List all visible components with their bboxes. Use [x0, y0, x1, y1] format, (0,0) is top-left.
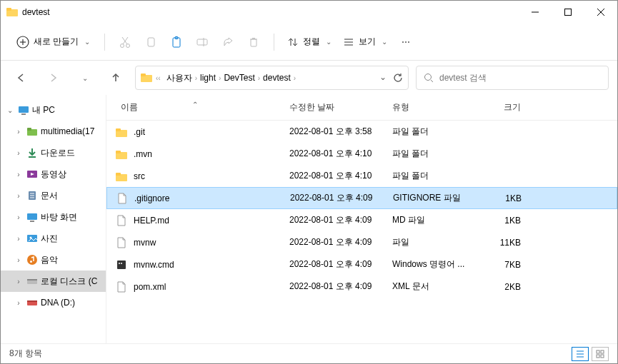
file-name: .git [134, 127, 145, 137]
separator [104, 34, 105, 51]
file-row[interactable]: src2022-08-01 오후 4:10파일 폴더 [106, 165, 617, 187]
main-area: ⌄내 PC›multimedia(17›다운로드›동영상›문서›바탕 화면›사진… [1, 95, 617, 343]
share-button[interactable] [215, 29, 241, 55]
search-icon [424, 73, 434, 83]
svg-point-29 [425, 74, 432, 81]
sort-icon [287, 36, 299, 48]
svg-rect-65 [597, 350, 599, 353]
breadcrumb-item[interactable]: 사용자 [164, 71, 195, 84]
file-row[interactable]: .mvn2022-08-01 오후 4:10파일 폴더 [106, 143, 617, 165]
file-date: 2022-08-01 오후 4:09 [289, 236, 392, 248]
column-headers: ⌃이름 수정한 날짜 유형 크기 [106, 95, 617, 121]
minimize-button[interactable] [519, 1, 552, 24]
col-name[interactable]: ⌃이름 [106, 101, 289, 113]
details-view-toggle[interactable] [572, 347, 589, 361]
chevron-right-icon[interactable]: › [14, 235, 24, 243]
new-button[interactable]: 새로 만들기 ⌄ [9, 31, 97, 53]
nav-sidebar: ⌄내 PC›multimedia(17›다운로드›동영상›문서›바탕 화면›사진… [1, 95, 106, 343]
up-button[interactable] [104, 66, 128, 90]
cut-button[interactable] [112, 29, 138, 55]
col-size[interactable]: 크기 [478, 101, 529, 113]
thumbnails-view-toggle[interactable] [592, 347, 609, 361]
new-icon [16, 36, 29, 49]
folder-icon [140, 71, 153, 84]
sidebar-label: 바탕 화면 [41, 211, 77, 223]
forward-button[interactable] [41, 66, 65, 90]
more-button[interactable]: ⋯ [393, 29, 419, 55]
close-button[interactable] [584, 1, 617, 24]
file-row[interactable]: mvnw2022-08-01 오후 4:09파일11KB [106, 231, 617, 253]
window-title: devtest [22, 7, 50, 17]
sidebar-item[interactable]: ›사진 [1, 228, 106, 249]
sidebar-item[interactable]: ›음악 [1, 249, 106, 271]
sidebar-label: DNA (D:) [41, 298, 75, 308]
svg-rect-1 [6, 8, 11, 11]
sidebar-item[interactable]: ›DNA (D:) [1, 292, 106, 313]
sidebar-item[interactable]: ›바탕 화면 [1, 206, 106, 228]
svg-rect-3 [565, 9, 572, 16]
sidebar-label: 사진 [41, 233, 58, 245]
breadcrumb-item[interactable]: devtest [260, 71, 294, 84]
files-pane: ⌃이름 수정한 날짜 유형 크기 .git2022-08-01 오후 3:58파… [106, 95, 617, 343]
svg-point-61 [121, 263, 122, 264]
file-row[interactable]: .gitignore2022-08-01 오후 4:09GITIGNORE 파일… [106, 187, 617, 209]
sidebar-label: multimedia(17 [41, 126, 94, 136]
sidebar-item[interactable]: ⌄내 PC [1, 99, 106, 121]
sidebar-item[interactable]: ›문서 [1, 185, 106, 206]
view-button[interactable]: 보기 ⌄ [337, 31, 393, 52]
breadcrumb-item[interactable]: DevTest [221, 71, 257, 84]
svg-rect-31 [19, 106, 29, 113]
sidebar-item[interactable]: ›동영상 [1, 163, 106, 185]
breadcrumb-item[interactable]: light [197, 71, 219, 84]
svg-rect-34 [27, 128, 31, 131]
rename-button[interactable] [189, 29, 215, 55]
chevron-down-icon[interactable]: ⌄ [5, 106, 15, 114]
svg-rect-54 [116, 128, 121, 131]
file-name: .gitignore [134, 193, 169, 203]
refresh-button[interactable] [392, 72, 404, 84]
svg-rect-59 [117, 261, 126, 269]
sidebar-label: 문서 [41, 190, 58, 202]
chevron-right-icon[interactable]: › [14, 149, 24, 157]
file-list[interactable]: .git2022-08-01 오후 3:58파일 폴더.mvn2022-08-0… [106, 121, 617, 343]
address-bar[interactable]: ‹‹ 사용자›light›DevTest›devtest› ⌄ [135, 66, 409, 90]
sort-button[interactable]: 정렬 ⌄ [281, 31, 337, 52]
chevron-right-icon[interactable]: › [14, 171, 24, 178]
chevron-right-icon[interactable]: › [14, 192, 24, 200]
file-icon [115, 236, 128, 249]
sidebar-item[interactable]: ›다운로드 [1, 142, 106, 163]
file-row[interactable]: mvnw.cmd2022-08-01 오후 4:09Windows 명령어 ..… [106, 253, 617, 275]
sidebar-label: 음악 [41, 254, 58, 266]
chevron-right-icon[interactable]: › [14, 213, 24, 221]
file-row[interactable]: HELP.md2022-08-01 오후 4:09MD 파일1KB [106, 209, 617, 231]
chevron-right-icon[interactable]: › [14, 278, 24, 285]
sidebar-item[interactable]: ›multimedia(17 [1, 121, 106, 142]
search-input[interactable] [439, 73, 601, 83]
svg-line-12 [122, 37, 127, 44]
chevron-right-icon[interactable]: › [14, 128, 24, 136]
file-date: 2022-08-01 오후 4:09 [290, 192, 393, 204]
copy-button[interactable] [138, 29, 164, 55]
file-type: XML 문서 [392, 280, 478, 293]
svg-rect-32 [21, 113, 26, 115]
col-type[interactable]: 유형 [392, 101, 478, 113]
search-box[interactable] [416, 66, 609, 90]
chevron-right-icon[interactable]: › [14, 299, 24, 307]
file-row[interactable]: pom.xml2022-08-01 오후 4:09XML 문서2KB [106, 275, 617, 298]
svg-point-60 [119, 263, 120, 264]
chevron-right-icon[interactable]: › [14, 256, 24, 264]
document-icon [26, 190, 38, 201]
chevron-left-icon: ‹‹ [156, 74, 161, 82]
history-dropdown[interactable]: ⌄ [379, 72, 387, 84]
maximize-button[interactable] [552, 1, 584, 24]
delete-button[interactable] [241, 29, 266, 55]
sidebar-item[interactable]: ›로컬 디스크 (C [1, 271, 106, 292]
chevron-down-icon: ⌄ [382, 38, 387, 46]
status-bar: 8개 항목 [1, 343, 617, 363]
file-row[interactable]: .git2022-08-01 오후 3:58파일 폴더 [106, 121, 617, 143]
col-date[interactable]: 수정한 날짜 [289, 101, 392, 113]
back-button[interactable] [9, 66, 34, 90]
recent-dropdown[interactable]: ⌄ [72, 66, 96, 90]
file-name: mvnw [134, 238, 156, 248]
paste-button[interactable] [164, 29, 189, 55]
